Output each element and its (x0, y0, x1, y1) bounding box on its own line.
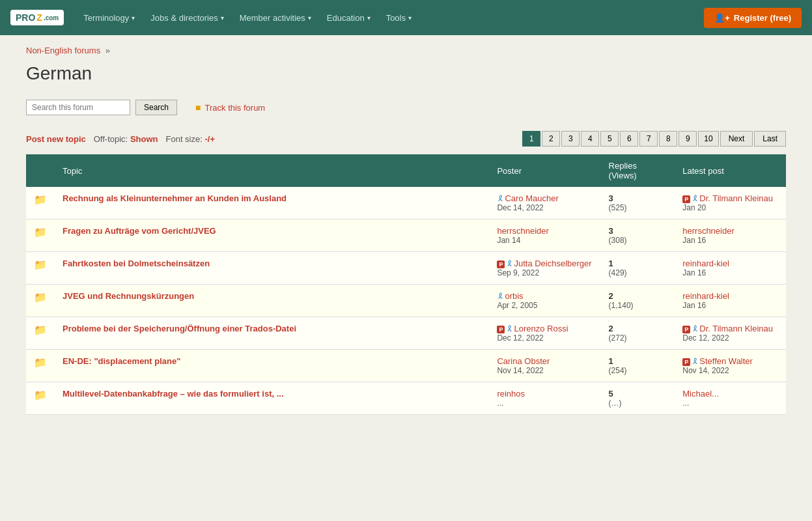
topic-cell: JVEG und Rechnungskürzungen (55, 285, 489, 317)
nav-items: Terminology ▾ Jobs & directories ▾ Membe… (77, 9, 704, 27)
latest-post-cell: P🎗Steffen WalterNov 14, 2022 (675, 350, 786, 382)
pro-badge: P (682, 195, 690, 203)
page-4-button[interactable]: 4 (581, 131, 599, 147)
pro-badge: P (497, 326, 505, 333)
latest-post-cell: P🎗Dr. Tilmann KleinauDec 12, 2022 (675, 317, 786, 350)
table-row: 📁Rechnung als Kleinunternehmer an Kunden… (26, 187, 786, 219)
search-input[interactable] (26, 100, 130, 115)
page-9-button[interactable]: 9 (679, 131, 697, 147)
forum-table: Topic Poster Replies(Views) Latest post … (26, 154, 786, 415)
latest-name[interactable]: Dr. Tilmann Kleinau (699, 324, 773, 333)
latest-name[interactable]: reinhard-kiel (682, 291, 729, 301)
topic-link[interactable]: Probleme bei der Speicherung/Öffnung ein… (63, 324, 296, 333)
ribbon-icon: 🎗 (497, 292, 505, 301)
chevron-down-icon: ▾ (221, 14, 224, 21)
search-button[interactable]: Search (135, 100, 177, 115)
page-6-button[interactable]: 6 (620, 131, 638, 147)
col-header-poster: Poster (489, 154, 600, 187)
page-8-button[interactable]: 8 (659, 131, 677, 147)
poster-name[interactable]: herrschneider (497, 226, 549, 236)
replies-cell: 3(308) (601, 219, 675, 252)
logo-text: PRO (16, 12, 35, 23)
topic-link[interactable]: Multilevel-Datenbankabfrage – wie das fo… (63, 389, 284, 399)
replies-cell: 2(1,140) (601, 285, 675, 317)
poster-cell: P🎗Jutta DeichselbergerSep 9, 2022 (489, 252, 600, 285)
latest-date: ... (682, 399, 778, 408)
poster-date: Jan 14 (497, 236, 593, 245)
table-row: 📁Multilevel-Datenbankabfrage – wie das f… (26, 382, 786, 415)
topic-link[interactable]: Rechnung als Kleinunternehmer an Kunden … (63, 193, 287, 203)
poster-name[interactable]: Jutta Deichselberger (514, 259, 591, 268)
topic-link[interactable]: EN-DE: "displacement plane" (63, 356, 180, 366)
latest-name[interactable]: Steffen Walter (699, 356, 753, 366)
poster-name[interactable]: Carina Obster (497, 356, 550, 366)
page-10-button[interactable]: 10 (698, 131, 718, 147)
poster-date: Dec 12, 2022 (497, 333, 593, 343)
poster-date: Sep 9, 2022 (497, 268, 593, 277)
table-row: 📁Fahrtkosten bei DolmetscheinsätzenP🎗Jut… (26, 252, 786, 285)
topic-cell: Probleme bei der Speicherung/Öffnung ein… (55, 317, 489, 350)
latest-post-cell: reinhard-kielJan 16 (675, 252, 786, 285)
page-2-button[interactable]: 2 (542, 131, 560, 147)
folder-cell: 📁 (26, 219, 55, 252)
font-size-controls[interactable]: -/+ (204, 134, 215, 144)
nav-tools[interactable]: Tools ▾ (380, 9, 418, 27)
page-7-button[interactable]: 7 (639, 131, 658, 147)
breadcrumb-separator: » (105, 46, 110, 55)
poster-name[interactable]: Lorenzo Rossi (514, 324, 568, 333)
latest-name[interactable]: herrschneider (682, 226, 735, 236)
page-5-button[interactable]: 5 (600, 131, 619, 147)
register-button[interactable]: 👤+ Register (free) (704, 8, 802, 28)
topic-link[interactable]: Fragen zu Aufträge vom Gericht/JVEG (63, 226, 216, 236)
poster-name[interactable]: reinhos (497, 389, 525, 399)
nav-education[interactable]: Education ▾ (320, 9, 377, 27)
font-size-label: Font size: -/+ (165, 134, 215, 144)
poster-name[interactable]: orbis (505, 291, 523, 301)
folder-icon: 📁 (34, 292, 47, 303)
folder-cell: 📁 (26, 187, 55, 219)
topic-link[interactable]: Fahrtkosten bei Dolmetscheinsätzen (63, 259, 210, 268)
latest-date: Nov 14, 2022 (682, 366, 778, 375)
folder-cell: 📁 (26, 252, 55, 285)
col-header-topic: Topic (55, 154, 489, 187)
pagination-last-button[interactable]: Last (754, 131, 786, 147)
replies-cell: 2(272) (601, 317, 675, 350)
pagination-next-button[interactable]: Next (720, 131, 753, 147)
site-logo[interactable]: PRO Z .com (10, 10, 64, 25)
views-count: (…) (609, 399, 667, 408)
nav-member-activities[interactable]: Member activities ▾ (233, 9, 318, 27)
topic-cell: Rechnung als Kleinunternehmer an Kunden … (55, 187, 489, 219)
views-count: (429) (609, 268, 667, 277)
pro-badge: P (682, 358, 690, 366)
poster-date: ... (497, 399, 593, 408)
folder-cell: 📁 (26, 350, 55, 382)
person-plus-icon: 👤+ (714, 13, 730, 23)
table-body: 📁Rechnung als Kleinunternehmer an Kunden… (26, 187, 786, 415)
poster-date: Dec 14, 2022 (497, 203, 593, 212)
table-row: 📁Probleme bei der Speicherung/Öffnung ei… (26, 317, 786, 350)
latest-date: Jan 20 (682, 203, 778, 212)
post-new-topic-button[interactable]: Post new topic (26, 134, 86, 144)
page-3-button[interactable]: 3 (561, 131, 580, 147)
replies-count: 2 (609, 324, 667, 333)
pro-badge: P (682, 326, 690, 333)
breadcrumb-area: Non-English forums » (0, 35, 812, 61)
latest-name[interactable]: Dr. Tilmann Kleinau (699, 193, 773, 203)
topic-cell: Multilevel-Datenbankabfrage – wie das fo… (55, 382, 489, 415)
poster-cell: 🎗Caro MaucherDec 14, 2022 (489, 187, 600, 219)
latest-name[interactable]: Michael... (682, 389, 719, 399)
latest-name[interactable]: reinhard-kiel (682, 259, 729, 268)
nav-terminology[interactable]: Terminology ▾ (77, 9, 141, 27)
poster-name[interactable]: Caro Maucher (505, 193, 558, 203)
topic-link[interactable]: JVEG und Rechnungskürzungen (63, 291, 194, 301)
chevron-down-icon: ▾ (408, 14, 412, 21)
off-topic-status: Shown (130, 134, 158, 144)
ribbon-icon: 🎗 (497, 194, 505, 203)
col-header-replies: Replies(Views) (601, 154, 675, 187)
track-forum-link[interactable]: ■ Track this forum (195, 102, 265, 113)
breadcrumb-parent[interactable]: Non-English forums (26, 46, 100, 55)
page-1-button[interactable]: 1 (522, 131, 540, 147)
nav-jobs[interactable]: Jobs & directories ▾ (144, 9, 230, 27)
chevron-down-icon: ▾ (308, 14, 311, 21)
poster-cell: Carina ObsterNov 14, 2022 (489, 350, 600, 382)
